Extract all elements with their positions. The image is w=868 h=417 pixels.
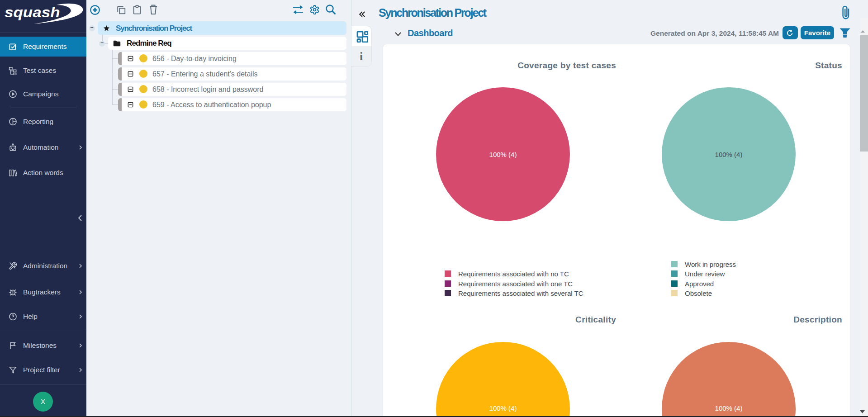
svg-text:squash: squash	[5, 5, 60, 20]
